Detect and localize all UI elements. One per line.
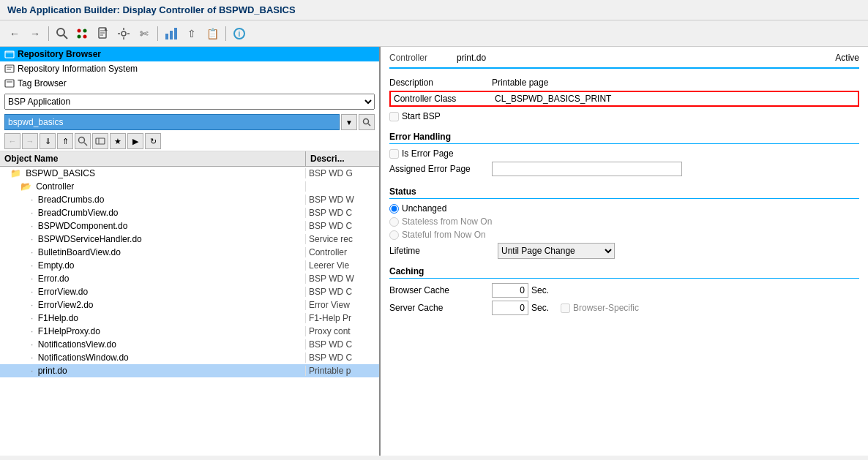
svg-point-30 — [79, 137, 85, 143]
search-button[interactable] — [53, 25, 71, 42]
nav-refresh-btn[interactable]: ↻ — [145, 133, 161, 149]
nav-play-btn[interactable]: ▶ — [127, 133, 143, 149]
caching-section: Caching Browser Cache Sec. Server Cache … — [389, 266, 859, 318]
list-item[interactable]: · BreadCrumbView.doBSP WD C — [0, 206, 379, 219]
list-item[interactable]: 📂 Controller — [0, 180, 379, 193]
list-item[interactable]: · Error.doBSP WD W — [0, 272, 379, 285]
file-icon: · — [31, 221, 33, 231]
obj-list-header: Object Name Descri... — [0, 151, 379, 167]
svg-point-3 — [78, 34, 81, 38]
back-button[interactable]: ← — [6, 25, 23, 42]
tag-browser-link[interactable]: Tag Browser — [0, 76, 379, 91]
dropdown-btn[interactable]: ▼ — [341, 114, 357, 130]
bsp-app-select[interactable]: BSP Application — [4, 94, 375, 110]
info-button[interactable]: i — [231, 25, 248, 42]
svg-point-0 — [57, 29, 64, 36]
svg-rect-16 — [165, 34, 168, 39]
file-icon: · — [31, 260, 33, 271]
status-stateless-label: Stateless from Now On — [402, 216, 492, 227]
desc-section: Description Printable page Controller Cl… — [389, 78, 859, 124]
list-item[interactable]: · F1Help.doF1-Help Pr — [0, 312, 379, 325]
toolbar-sep-3 — [225, 26, 226, 41]
search-go-btn[interactable] — [359, 114, 375, 130]
list-item[interactable]: · BulletinBoardView.doController — [0, 246, 379, 259]
up-button[interactable]: ⇧ — [183, 25, 201, 42]
list-item[interactable]: · NotificationsWindow.doBSP WD C — [0, 351, 379, 364]
forward-button[interactable]: → — [26, 25, 44, 42]
is-error-page-label: Is Error Page — [402, 148, 454, 159]
chart-button[interactable] — [162, 25, 180, 42]
description-value: Printable page — [492, 78, 548, 88]
description-row: Description Printable page — [389, 78, 859, 88]
file-icon: · — [31, 247, 33, 257]
list-item[interactable]: 📁 BSPWD_BASICSBSP WD G — [0, 167, 379, 180]
list-item-desc: BSP WD C — [306, 339, 379, 350]
ctrl-header: Controller print.do Active — [389, 53, 859, 69]
repo-info-label: Repository Information System — [18, 64, 138, 74]
doc-button[interactable] — [94, 25, 112, 42]
list-item[interactable]: · BSPWDServiceHandler.doService rec — [0, 233, 379, 246]
nav-back-btn[interactable]: ← — [4, 133, 20, 149]
status-stateless-radio[interactable] — [389, 217, 399, 227]
server-cache-input[interactable] — [492, 301, 528, 315]
list-item[interactable]: · BSPWDComponent.doBSP WD C — [0, 219, 379, 233]
svg-point-5 — [83, 34, 87, 38]
list-item-desc: Printable p — [306, 366, 379, 376]
file-icon: · — [31, 195, 33, 205]
toolbar-sep-2 — [157, 26, 158, 41]
clipboard-button[interactable]: 📋 — [203, 25, 221, 42]
lifetime-label: Lifetime — [389, 246, 492, 256]
browser-specific-checkbox[interactable] — [561, 303, 570, 313]
repo-browser-header[interactable]: Repository Browser — [0, 47, 379, 61]
cut-button[interactable]: ✄ — [135, 25, 153, 42]
search-input[interactable] — [4, 114, 340, 130]
nav-expand-all-btn[interactable]: ⇓ — [40, 133, 56, 149]
title-text: Web Application Builder: Display Control… — [7, 4, 296, 15]
status-stateful-radio[interactable] — [389, 230, 399, 240]
status-section: Status Unchanged Stateless from Now On S… — [389, 186, 859, 259]
browser-cache-input[interactable] — [492, 283, 528, 298]
right-panel: Controller print.do Active Description P… — [381, 47, 868, 456]
svg-rect-22 — [5, 51, 14, 53]
status-unchanged-radio[interactable] — [389, 204, 399, 214]
active-label: Active — [835, 53, 859, 63]
list-item[interactable]: · Empty.doLeerer Vie — [0, 259, 379, 272]
start-bsp-checkbox[interactable] — [389, 112, 399, 121]
list-item[interactable]: · ErrorView2.doError View — [0, 298, 379, 312]
nav-collapse-all-btn[interactable]: ⇑ — [57, 133, 73, 149]
repo-info-icon — [4, 64, 15, 74]
tag-browser-label: Tag Browser — [18, 78, 67, 88]
list-item[interactable]: · BreadCrumbs.doBSP WD W — [0, 193, 379, 206]
assigned-error-page-input[interactable] — [492, 162, 682, 176]
status-stateful-label: Stateful from Now On — [402, 230, 486, 240]
left-panel: Repository Browser Repository Informatio… — [0, 47, 381, 456]
list-item[interactable]: · ErrorView.doBSP WD C — [0, 285, 379, 298]
lifetime-select[interactable]: Until Page ChangeUntil Session EndUntil … — [498, 243, 615, 259]
server-cache-label: Server Cache — [389, 303, 492, 313]
dot-button[interactable] — [74, 25, 91, 42]
tag-browser-icon — [4, 78, 15, 88]
is-error-page-checkbox[interactable] — [389, 149, 399, 159]
svg-rect-32 — [96, 138, 105, 144]
browser-specific-row: Browser-Specific — [561, 303, 639, 313]
nav-global-btn[interactable] — [92, 133, 108, 149]
svg-line-1 — [64, 35, 67, 39]
error-handling-title: Error Handling — [389, 132, 859, 144]
nav-fwd-btn[interactable]: → — [22, 133, 38, 149]
repo-browser-icon — [4, 49, 15, 59]
controller-value: print.do — [457, 53, 486, 63]
svg-point-2 — [78, 29, 81, 32]
list-item-desc: BSP WD G — [306, 168, 379, 178]
svg-text:i: i — [239, 30, 241, 38]
list-item[interactable]: · F1HelpProxy.doProxy cont — [0, 325, 379, 338]
description-label: Description — [389, 78, 492, 88]
assigned-error-page-label: Assigned Error Page — [389, 164, 492, 174]
list-item[interactable]: · NotificationsView.doBSP WD C — [0, 338, 379, 351]
nav-find-btn[interactable] — [75, 133, 91, 149]
repo-info-link[interactable]: Repository Information System — [0, 61, 379, 76]
svg-point-28 — [364, 119, 369, 124]
list-item[interactable]: · print.doPrintable p — [0, 364, 379, 377]
nav-bookmark-btn[interactable]: ★ — [110, 133, 126, 149]
tools-button[interactable] — [115, 25, 132, 42]
lifetime-row: Lifetime Until Page ChangeUntil Session … — [389, 243, 859, 259]
